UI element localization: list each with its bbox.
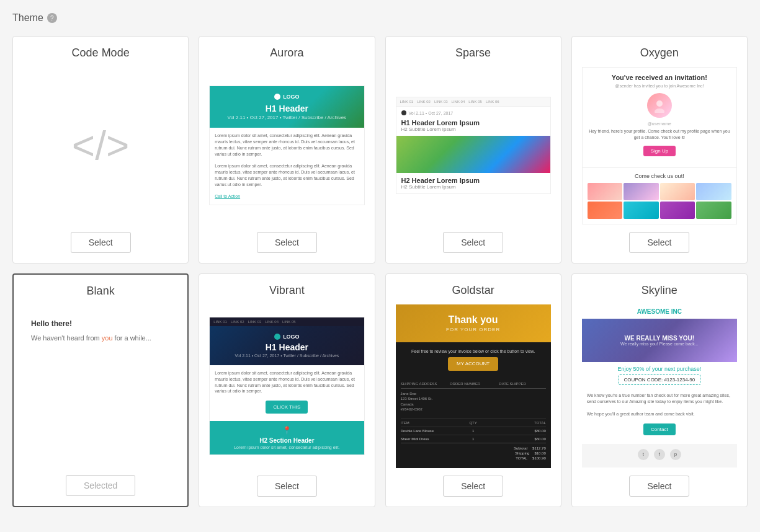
vibrant-body: Lorem ipsum dolor sit amet, consectetur …	[210, 365, 364, 421]
theme-name-sparse: Sparse	[455, 47, 491, 60]
goldstar-subtotal-line: Subtotal $112.70	[401, 446, 546, 451]
goldstar-item-qty-2: 1	[450, 437, 496, 441]
goldstar-table-header: SHIPPING ADDRESS ORDER NUMBER DATE SHIPP…	[401, 382, 546, 386]
skyline-body: We know you're a true number fan check o…	[582, 389, 737, 443]
vibrant-nav: LINK 01 LINK 02 LINK 03 LINK 04 LINK 05	[210, 317, 364, 326]
select-button-vibrant[interactable]: Select	[257, 476, 317, 497]
oxygen-cta-button: Sign Up	[643, 146, 676, 156]
oxygen-divider	[583, 167, 736, 168]
theme-name-oxygen: Oxygen	[640, 47, 679, 60]
skyline-logo-bar: AWESOME INC	[582, 304, 737, 319]
theme-preview-oxygen: You've received an invitation! @sender h…	[582, 67, 737, 224]
select-button-goldstar[interactable]: Select	[443, 476, 503, 497]
select-button-code-mode[interactable]: Select	[71, 232, 131, 253]
oxygen-username: @username	[588, 122, 731, 126]
skyline-hero-sub: We really miss you! Please come back...	[589, 342, 729, 346]
goldstar-item-qty-1: 1	[450, 429, 496, 433]
oxygen-gallery-item-2	[624, 183, 659, 200]
goldstar-table-section: SHIPPING ADDRESS ORDER NUMBER DATE SHIPP…	[396, 382, 551, 468]
code-brackets-icon: </>	[72, 123, 130, 169]
goldstar-cta-button: MY ACCOUNT	[448, 357, 498, 371]
sparse-logo-row: Vol 2.11 • Oct 27, 2017	[396, 107, 550, 119]
sparse-h2: H2 Subtitle Lorem Ipsum	[401, 126, 545, 132]
goldstar-items-header: Item Qty Total Double Lace Blouse 1 $80.…	[401, 419, 546, 443]
oxygen-gallery-item-6	[624, 202, 659, 219]
theme-name-goldstar: Goldstar	[452, 284, 494, 297]
svg-point-1	[655, 109, 664, 113]
sparse-section-h2: H2 Header Lorem Ipsum	[401, 177, 545, 184]
theme-name-blank: Blank	[87, 285, 115, 298]
goldstar-total-line: TOTAL $100.90	[401, 456, 546, 461]
sparse-date: Vol 2.11 • Oct 27, 2017	[409, 111, 454, 115]
skyline-social-icons: t f p	[587, 449, 732, 460]
select-button-sparse[interactable]: Select	[443, 232, 503, 253]
vibrant-body-text: Lorem ipsum dolor sit amet, consectetur …	[215, 370, 359, 394]
goldstar-ty-title: Thank you	[401, 314, 546, 326]
pinterest-icon: p	[670, 449, 681, 460]
theme-preview-vibrant: LINK 01 LINK 02 LINK 03 LINK 04 LINK 05 …	[209, 304, 364, 468]
page-title: Theme	[12, 12, 43, 24]
goldstar-item-row-2: Sheer Midi Dress 1 $60.00	[401, 435, 546, 443]
sparse-h1: H1 Header Lorem Ipsum	[401, 119, 545, 126]
page-header: Theme ?	[12, 12, 748, 24]
oxygen-gallery-item-3	[660, 183, 695, 200]
vibrant-section-body: Lorem ipsum dolor sit amet, consectetur …	[215, 445, 359, 450]
sparse-hero-image	[396, 136, 550, 173]
skyline-hero-title: WE REALLY MISS YOU!	[589, 335, 729, 342]
vibrant-subtitle: Vol 2.11 • Oct 27, 2017 • Twitter / Subs…	[215, 353, 359, 358]
skyline-cta-button: Contact	[643, 423, 676, 435]
twitter-icon: t	[638, 449, 649, 460]
theme-card-goldstar: Goldstar Thank you FOR YOUR ORDER Feel f…	[385, 273, 561, 507]
aurora-logo-text: LOGO	[283, 94, 300, 100]
aurora-logo-circle	[274, 94, 280, 100]
help-icon[interactable]: ?	[47, 13, 57, 23]
theme-name-skyline: Skyline	[642, 284, 677, 297]
goldstar-shipping-line: Shipping $10.00	[401, 451, 546, 456]
code-mode-icon-container: </>	[23, 71, 178, 220]
goldstar-thankyou-section: Thank you FOR YOUR ORDER	[396, 304, 551, 342]
goldstar-total-col: Total	[499, 421, 545, 425]
vibrant-logo-row: LOGO	[215, 334, 359, 340]
oxygen-gallery-item-1	[588, 183, 623, 200]
theme-card-vibrant: Vibrant LINK 01 LINK 02 LINK 03 LINK 04 …	[199, 273, 375, 507]
select-button-aurora[interactable]: Select	[257, 232, 317, 253]
select-button-blank[interactable]: Selected	[66, 475, 135, 496]
aurora-body-p2: Lorem ipsum dolor sit amet, consectetur …	[215, 163, 359, 187]
sparse-header: H1 Header Lorem Ipsum H2 Subtitle Lorem …	[396, 119, 550, 136]
theme-card-blank: Blank Hello there! We haven't heard from…	[12, 273, 189, 507]
oxygen-gallery-item-8	[696, 202, 731, 219]
skyline-coupon-section: Enjoy 50% of your next purchase! COUPON …	[582, 362, 737, 389]
goldstar-address-row: Jane Doe123 Street 1406 St.Canada#26432-…	[401, 388, 546, 415]
goldstar-col-shipped: DATE SHIPPED	[499, 382, 545, 386]
aurora-cta-link: Call to Action	[215, 194, 240, 198]
theme-preview-code-mode: </>	[23, 67, 178, 224]
theme-preview-sparse: LINK 01 LINK 02 LINK 03 LINK 04 LINK 05 …	[396, 67, 551, 224]
goldstar-preview-container: Thank you FOR YOUR ORDER Feel free to re…	[396, 304, 551, 468]
vibrant-pin-icon: 📍	[215, 426, 359, 435]
select-button-oxygen[interactable]: Select	[629, 232, 689, 253]
oxygen-invite-title: You've received an invitation!	[588, 74, 731, 81]
sparse-section: H2 Header Lorem Ipsum H2 Subtitle Lorem …	[396, 173, 550, 193]
goldstar-shipping-value: $10.00	[534, 451, 545, 455]
vibrant-section-title: H2 Section Header	[215, 437, 359, 444]
oxygen-gallery-item-4	[696, 183, 731, 200]
aurora-header: LOGO H1 Header Vol 2.11 • Oct 27, 2017 •…	[210, 86, 364, 128]
aurora-body: Lorem ipsum dolor sit amet, consectetur …	[210, 128, 364, 205]
theme-card-skyline: Skyline AWESOME INC WE REALLY MISS YOU! …	[571, 273, 748, 507]
theme-name-vibrant: Vibrant	[269, 284, 305, 297]
skyline-body-text: We know you're a true number fan check o…	[587, 392, 732, 405]
theme-name-aurora: Aurora	[270, 47, 303, 60]
oxygen-gallery-item-7	[660, 202, 695, 219]
goldstar-col-order: ORDER NUMBER	[450, 382, 496, 386]
theme-preview-skyline: AWESOME INC WE REALLY MISS YOU! We reall…	[582, 304, 737, 468]
select-button-skyline[interactable]: Select	[629, 476, 689, 497]
facebook-icon: f	[654, 449, 665, 460]
aurora-logo: LOGO	[274, 94, 300, 100]
skyline-coupon-code: COUPON CODE: #123-1234-90	[619, 375, 701, 385]
skyline-preview-container: AWESOME INC WE REALLY MISS YOU! We reall…	[582, 304, 737, 467]
aurora-subtitle: Vol 2.11 • Oct 27, 2017 • Twitter / Subs…	[215, 115, 359, 120]
theme-card-oxygen: Oxygen You've received an invitation! @s…	[571, 36, 748, 264]
skyline-hero: WE REALLY MISS YOU! We really miss you! …	[582, 319, 737, 362]
goldstar-body: Feel free to review your invoice below o…	[396, 342, 551, 383]
vibrant-section: 📍 H2 Section Header Lorem ipsum dolor si…	[210, 421, 364, 454]
